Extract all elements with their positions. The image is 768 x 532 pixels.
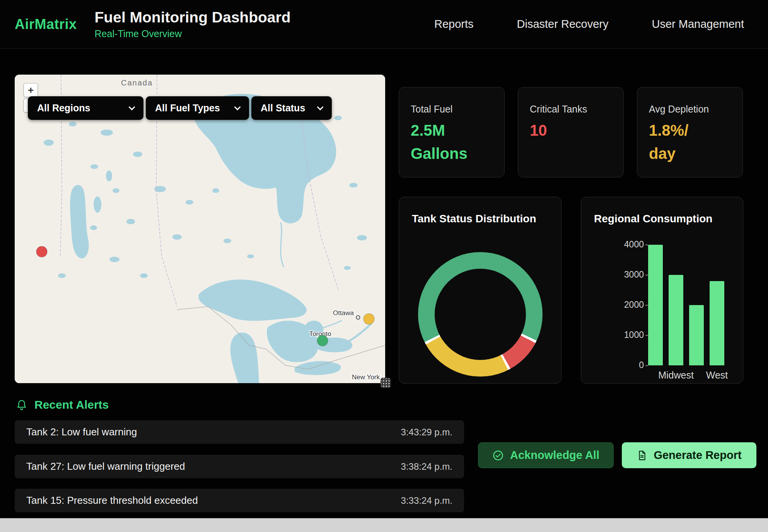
stat-value: 2.5M Gallons	[411, 119, 493, 165]
bar	[689, 305, 704, 365]
tank-status-panel: Tank Status Distribution	[399, 197, 561, 384]
alert-time: 3:33:24 p.m.	[401, 495, 452, 506]
generate-report-button[interactable]: Generate Report	[622, 442, 756, 468]
title-block: Fuel Monitoring Dashboard Real-Time Over…	[95, 9, 291, 39]
chevron-down-icon	[234, 104, 241, 110]
nav-disaster-recovery[interactable]: Disaster Recovery	[517, 18, 609, 31]
map-filter-bar: All Regions All Fuel Types All Status	[28, 96, 332, 120]
bar-group	[648, 245, 724, 365]
regional-consumption-panel: Regional Consumption 4000 3000 2000 1000…	[581, 197, 743, 384]
basemap-svg: Canada Ottawa Toronto New York	[15, 75, 385, 383]
y-tick-label: 4000	[616, 239, 644, 250]
x-tick-label: West	[700, 370, 734, 381]
alert-row[interactable]: Tank 2: Low fuel warning 3:43:29 p.m.	[15, 420, 464, 444]
y-tickmark	[645, 305, 648, 306]
stat-value: 1.8%/ day	[649, 119, 731, 165]
tank-status-donut	[418, 252, 543, 377]
acknowledge-all-button[interactable]: Acknowledge All	[478, 442, 614, 468]
panel-title: Regional Consumption	[594, 213, 712, 225]
y-tickmark	[645, 335, 648, 336]
map-marker-yellow[interactable]	[364, 314, 374, 324]
y-tick-label: 2000	[616, 300, 644, 310]
chevron-down-icon	[129, 104, 135, 110]
alert-message: Tank 15: Pressure threshold exceeded	[26, 494, 198, 506]
bar	[710, 281, 724, 365]
filter-status-select[interactable]: All Status	[251, 96, 332, 120]
y-tick-label: 3000	[616, 269, 644, 280]
filter-regions-value: All Regions	[37, 102, 90, 114]
stat-card-critical-tanks: Critical Tanks 10	[518, 87, 624, 177]
chevron-down-icon	[317, 104, 324, 110]
alert-time: 3:38:24 p.m.	[401, 461, 452, 472]
document-icon	[637, 450, 647, 461]
app-header: AirMatrix Fuel Monitoring Dashboard Real…	[0, 0, 768, 49]
filter-fuel-types-value: All Fuel Types	[155, 102, 220, 114]
stat-label: Total Fuel	[411, 104, 493, 115]
y-tick-label: 1000	[616, 330, 644, 340]
y-tickmark	[645, 244, 648, 246]
ottawa-town-dot	[357, 316, 360, 319]
map-label-ottawa: Ottawa	[333, 309, 354, 317]
donut-hole	[435, 269, 526, 360]
stat-label: Critical Tanks	[530, 104, 612, 115]
resize-handle-icon[interactable]	[381, 378, 391, 388]
x-tick-label: Midwest	[655, 370, 697, 381]
bar	[669, 275, 683, 365]
nav-user-management[interactable]: User Management	[652, 18, 744, 31]
filter-status-value: All Status	[261, 102, 305, 114]
fuel-map[interactable]: Canada Ottawa Toronto New York + − All R…	[15, 75, 385, 383]
alert-message: Tank 2: Low fuel warning	[26, 426, 137, 438]
alert-row[interactable]: Tank 15: Pressure threshold exceeded 3:3…	[15, 489, 464, 512]
filter-fuel-types-select[interactable]: All Fuel Types	[146, 96, 249, 120]
map-label-canada: Canada	[121, 78, 153, 87]
map-marker-red[interactable]	[36, 246, 47, 257]
map-marker-green[interactable]	[317, 335, 328, 346]
map-label-new-york: New York	[352, 373, 380, 381]
page-subtitle: Real-Time Overview	[95, 28, 291, 39]
acknowledge-all-label: Acknowledge All	[510, 449, 599, 462]
page-title: Fuel Monitoring Dashboard	[95, 9, 291, 26]
stat-card-avg-depletion: Avg Depletion 1.8%/ day	[637, 87, 743, 177]
filter-regions-select[interactable]: All Regions	[28, 96, 143, 120]
zoom-in-button[interactable]: +	[24, 83, 38, 97]
brand-logo[interactable]: AirMatrix	[15, 16, 77, 32]
nav-reports[interactable]: Reports	[434, 18, 474, 31]
check-circle-icon	[492, 450, 504, 461]
generate-report-label: Generate Report	[654, 449, 741, 462]
recent-alerts-header: Recent Alerts	[16, 398, 109, 411]
bar	[648, 245, 663, 365]
panel-title: Tank Status Distribution	[412, 213, 536, 225]
page-bottom-strip	[0, 518, 768, 532]
alert-message: Tank 27: Low fuel warning triggered	[26, 460, 185, 472]
stat-card-total-fuel: Total Fuel 2.5M Gallons	[399, 87, 505, 177]
main-nav: Reports Disaster Recovery User Managemen…	[434, 18, 768, 31]
stat-label: Avg Depletion	[649, 104, 731, 115]
y-tickmark	[645, 275, 648, 276]
y-tick-label: 0	[616, 360, 644, 370]
alert-row[interactable]: Tank 27: Low fuel warning triggered 3:38…	[15, 455, 464, 478]
dashboard-page: AirMatrix Fuel Monitoring Dashboard Real…	[0, 0, 768, 532]
alert-time: 3:43:29 p.m.	[401, 427, 452, 438]
y-tickmark	[645, 365, 648, 366]
bell-icon	[16, 399, 27, 411]
stat-value: 10	[530, 119, 612, 142]
recent-alerts-title: Recent Alerts	[34, 398, 109, 411]
